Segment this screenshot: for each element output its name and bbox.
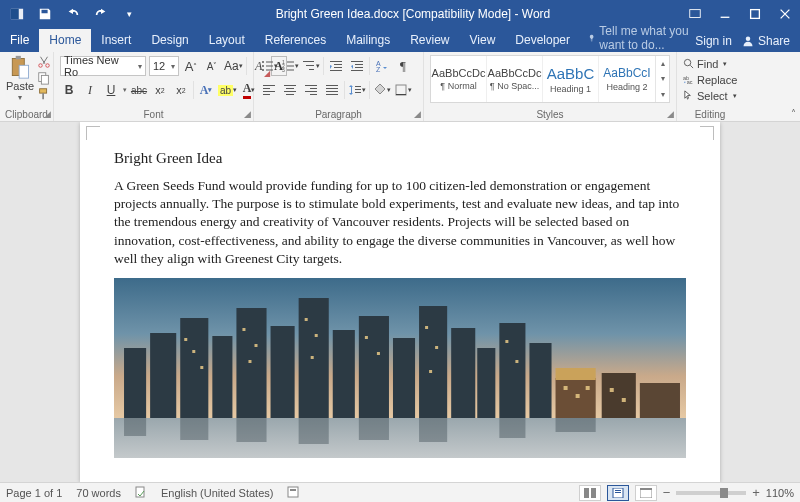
zoom-level[interactable]: 110% xyxy=(766,487,794,499)
style-normal[interactable]: AaBbCcDc¶ Normal xyxy=(431,56,487,102)
redo-icon[interactable] xyxy=(88,1,114,27)
shading-button[interactable]: ▾ xyxy=(373,80,391,100)
subscript-button[interactable]: x2 xyxy=(151,80,169,100)
qat-customize-icon[interactable]: ▾ xyxy=(116,1,142,27)
italic-button[interactable]: I xyxy=(81,80,99,100)
svg-rect-49 xyxy=(310,88,317,89)
styles-expand-icon[interactable]: ▾ xyxy=(656,87,669,102)
macro-icon[interactable] xyxy=(287,486,299,500)
tab-layout[interactable]: Layout xyxy=(199,29,255,52)
font-size-combo[interactable]: 12▾ xyxy=(149,56,179,76)
sort-button[interactable]: AZ xyxy=(373,56,391,76)
tell-me-search[interactable]: Tell me what you want to do... xyxy=(580,24,695,52)
svg-rect-33 xyxy=(330,70,342,71)
shrink-font-button[interactable]: A˅ xyxy=(203,56,221,76)
svg-rect-78 xyxy=(451,328,475,418)
show-marks-button[interactable]: ¶ xyxy=(394,56,412,76)
paste-button[interactable]: Paste ▾ xyxy=(6,55,34,102)
svg-rect-34 xyxy=(351,61,363,62)
share-button[interactable]: Share xyxy=(742,34,790,48)
svg-rect-20 xyxy=(266,70,273,71)
style-heading-1[interactable]: AaBbCHeading 1 xyxy=(543,56,599,102)
increase-indent-button[interactable] xyxy=(348,56,366,76)
font-name-combo[interactable]: Times New Ro▾ xyxy=(60,56,146,76)
find-button[interactable]: Find▾ xyxy=(683,56,727,71)
strikethrough-button[interactable]: abc xyxy=(130,80,148,100)
align-right-button[interactable] xyxy=(302,80,320,100)
tab-file[interactable]: File xyxy=(0,29,39,52)
minimize-icon[interactable] xyxy=(710,1,740,27)
spellcheck-icon[interactable] xyxy=(135,486,147,500)
web-layout-button[interactable] xyxy=(635,485,657,501)
borders-button[interactable]: ▾ xyxy=(394,80,412,100)
tab-mailings[interactable]: Mailings xyxy=(336,29,400,52)
group-editing-label: Editing xyxy=(677,109,743,120)
replace-button[interactable]: abacReplace xyxy=(683,72,737,87)
multilevel-button[interactable]: ▾ xyxy=(302,56,320,76)
styles-launcher-icon[interactable]: ◢ xyxy=(667,109,674,119)
document-body-text[interactable]: A Green Seeds Fund would provide funding… xyxy=(114,177,686,268)
align-left-button[interactable] xyxy=(260,80,278,100)
highlight-button[interactable]: ab▾ xyxy=(218,80,237,100)
ribbon: Paste ▾ Clipboard ◢ Times New Ro▾ 12▾ A˄… xyxy=(0,52,800,122)
font-launcher-icon[interactable]: ◢ xyxy=(244,109,251,119)
decrease-indent-button[interactable] xyxy=(327,56,345,76)
text-effects-dropdown[interactable]: A▾ xyxy=(197,80,215,100)
word-count[interactable]: 70 words xyxy=(76,487,121,499)
save-icon[interactable] xyxy=(32,1,58,27)
select-button[interactable]: Select▾ xyxy=(683,88,737,103)
word-app-icon[interactable] xyxy=(4,1,30,27)
print-layout-button[interactable] xyxy=(607,485,629,501)
bullets-button[interactable]: ▾ xyxy=(260,56,278,76)
copy-icon[interactable] xyxy=(36,71,52,85)
grow-font-button[interactable]: A˄ xyxy=(182,56,200,76)
superscript-button[interactable]: x2 xyxy=(172,80,190,100)
style-heading-2[interactable]: AaBbCcIHeading 2 xyxy=(599,56,655,102)
zoom-slider[interactable] xyxy=(676,491,746,495)
svg-rect-54 xyxy=(326,91,338,92)
language-status[interactable]: English (United States) xyxy=(161,487,274,499)
underline-button[interactable]: U xyxy=(102,80,120,100)
tab-home[interactable]: Home xyxy=(39,29,91,52)
styles-scroll-up-icon[interactable]: ▴ xyxy=(656,56,669,71)
clipboard-launcher-icon[interactable]: ◢ xyxy=(44,109,51,119)
undo-icon[interactable] xyxy=(60,1,86,27)
bold-button[interactable]: B xyxy=(60,80,78,100)
svg-rect-88 xyxy=(200,366,203,369)
change-case-button[interactable]: Aa▾ xyxy=(224,56,243,76)
collapse-ribbon-icon[interactable]: ˄ xyxy=(791,108,796,119)
justify-button[interactable] xyxy=(323,80,341,100)
maximize-icon[interactable] xyxy=(740,1,770,27)
tab-design[interactable]: Design xyxy=(141,29,198,52)
document-image[interactable] xyxy=(114,278,686,458)
tab-developer[interactable]: Developer xyxy=(505,29,580,52)
read-mode-button[interactable] xyxy=(579,485,601,501)
paragraph-launcher-icon[interactable]: ◢ xyxy=(414,109,421,119)
line-spacing-button[interactable]: ▾ xyxy=(348,80,366,100)
styles-scroll-down-icon[interactable]: ▾ xyxy=(656,71,669,86)
svg-rect-40 xyxy=(263,85,275,86)
zoom-out-button[interactable]: − xyxy=(663,485,671,500)
tab-view[interactable]: View xyxy=(460,29,506,52)
tab-review[interactable]: Review xyxy=(400,29,459,52)
style-no-spacing[interactable]: AaBbCcDc¶ No Spac... xyxy=(487,56,543,102)
cut-icon[interactable] xyxy=(36,55,52,69)
document-page[interactable]: Bright Green Idea A Green Seeds Fund wou… xyxy=(80,122,720,482)
format-painter-icon[interactable] xyxy=(36,87,52,101)
numbering-button[interactable]: 123▾ xyxy=(281,56,299,76)
zoom-in-button[interactable]: + xyxy=(752,485,760,500)
page-count[interactable]: Page 1 of 1 xyxy=(6,487,62,499)
document-area[interactable]: Bright Green Idea A Green Seeds Fund wou… xyxy=(0,122,800,482)
align-center-button[interactable] xyxy=(281,80,299,100)
sign-in-link[interactable]: Sign in xyxy=(695,34,732,48)
close-icon[interactable] xyxy=(770,1,800,27)
svg-rect-79 xyxy=(477,348,495,418)
tab-references[interactable]: References xyxy=(255,29,336,52)
svg-rect-84 xyxy=(602,373,636,418)
tab-insert[interactable]: Insert xyxy=(91,29,141,52)
styles-gallery[interactable]: AaBbCcDc¶ Normal AaBbCcDc¶ No Spac... Aa… xyxy=(430,55,670,103)
crop-mark xyxy=(700,126,714,140)
svg-rect-95 xyxy=(365,336,368,339)
svg-rect-124 xyxy=(640,488,652,490)
document-title-text[interactable]: Bright Green Idea xyxy=(114,150,686,167)
